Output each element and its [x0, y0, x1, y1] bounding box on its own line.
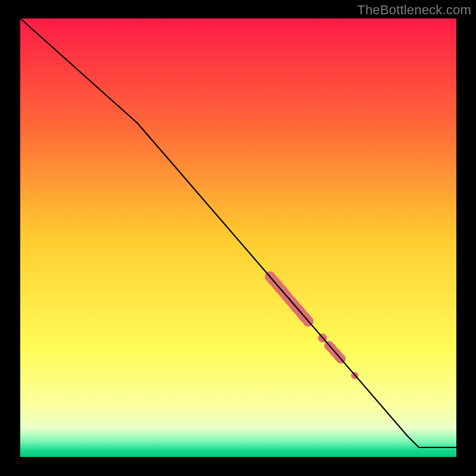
- bottleneck-chart: [0, 0, 476, 476]
- watermark-text: TheBottleneck.com: [357, 2, 471, 18]
- plot-background: [20, 18, 456, 457]
- chart-stage: { "watermark": "TheBottleneck.com", "cha…: [0, 0, 476, 476]
